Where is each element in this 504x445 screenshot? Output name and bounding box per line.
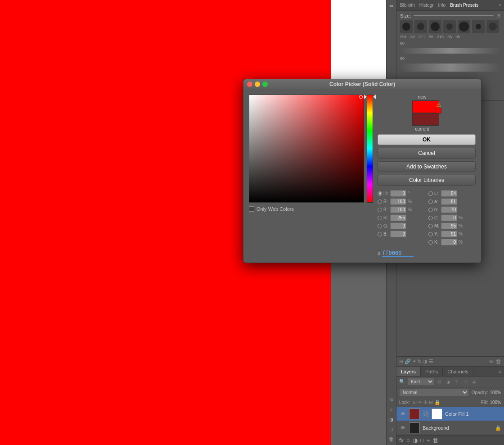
only-web-checkbox[interactable] — [249, 206, 254, 212]
zoom-button[interactable] — [262, 82, 268, 87]
size-slider[interactable] — [414, 15, 494, 16]
brush-preset-5[interactable] — [458, 20, 470, 33]
tab-paths[interactable]: Paths — [421, 367, 443, 376]
layer-style-icon[interactable]: fx — [387, 395, 396, 404]
r-radio[interactable] — [378, 216, 382, 220]
filter-adjust-icon[interactable]: ◑ — [445, 378, 452, 386]
tab-biblioth[interactable]: Biblioth — [399, 2, 416, 8]
hue-slider[interactable] — [367, 95, 373, 203]
layer-filter-eye[interactable]: 👁 — [489, 359, 494, 364]
panel-expand-icon[interactable]: ⇔ — [387, 2, 396, 10]
m-row: M: % — [428, 222, 476, 229]
m-radio[interactable] — [428, 224, 433, 228]
filter-pixel-icon[interactable]: ⊟ — [436, 378, 443, 386]
layer-visibility-background[interactable]: 👁 — [399, 424, 406, 431]
layer-fx-icon[interactable]: fx — [399, 437, 404, 444]
layer-add-mask-icon[interactable]: ○ — [406, 437, 410, 444]
layer-link-icon[interactable]: 🔗 — [405, 359, 411, 364]
layer-group-icon[interactable]: □ — [420, 437, 424, 444]
m-input[interactable] — [441, 222, 457, 229]
hex-input[interactable] — [382, 250, 414, 257]
filter-kind-dropdown[interactable]: Kind — [407, 378, 434, 386]
out-of-gamut-icon[interactable]: ⚠ — [436, 101, 441, 108]
h-radio[interactable] — [378, 191, 382, 196]
close-button[interactable] — [247, 82, 252, 87]
r-input[interactable] — [390, 214, 406, 221]
color-libraries-button[interactable]: Color Libraries — [378, 175, 476, 186]
lock-artboard-icon[interactable]: ⊟ — [429, 400, 433, 405]
tab-brush-presets[interactable]: Brush Presets — [449, 2, 479, 8]
hue-slider-container[interactable] — [367, 95, 373, 203]
layer-effect-icon[interactable]: fx — [418, 359, 422, 364]
color-gradient-area[interactable] — [249, 95, 364, 203]
b3-input[interactable] — [441, 206, 457, 213]
layer-adjustment-icon[interactable]: ◑ — [413, 437, 418, 444]
layer-filter-trash[interactable]: 🗑 — [495, 358, 501, 365]
lock-paint-icon[interactable]: ✏ — [418, 400, 422, 405]
layer-compose-icon[interactable]: ⊞ — [399, 359, 403, 364]
s-input[interactable] — [390, 198, 406, 205]
y-radio[interactable] — [428, 232, 433, 236]
brush-preset-2[interactable] — [414, 20, 427, 33]
layer-new-icon[interactable]: + — [427, 437, 430, 444]
b3-radio[interactable] — [428, 208, 433, 212]
gradient-square[interactable] — [249, 95, 364, 203]
tab-histogr[interactable]: Histogr — [418, 2, 435, 8]
a-input[interactable] — [441, 198, 457, 205]
minimize-button[interactable] — [255, 82, 260, 87]
blend-mode-dropdown[interactable]: Normal — [399, 389, 469, 396]
layer-delete-bottom-icon[interactable]: 🗑 — [432, 437, 438, 444]
tab-channels[interactable]: Channels — [443, 367, 473, 376]
cancel-button[interactable]: Cancel — [378, 148, 476, 159]
tab-layers[interactable]: Layers — [396, 367, 421, 376]
layers-menu-icon[interactable]: ≡ — [499, 369, 501, 374]
brush-preset-3[interactable] — [429, 20, 441, 33]
b-radio[interactable] — [378, 208, 382, 212]
layer-item-background[interactable]: 👁 Background 🔒 — [396, 421, 504, 435]
layer-folder-icon[interactable]: □ — [387, 425, 396, 433]
layer-mask-icon[interactable]: ○ — [387, 405, 396, 413]
brush-preset-7[interactable] — [486, 20, 499, 33]
brush-panel-icon[interactable]: ⊡ — [496, 13, 500, 18]
lock-icons: ⊡ ✏ ✛ ⊟ 🔒 — [413, 400, 441, 405]
layer-adjust-icon[interactable]: ◑ — [387, 415, 396, 423]
c-radio[interactable] — [428, 216, 433, 220]
y-input[interactable] — [441, 231, 457, 237]
s-radio[interactable] — [378, 200, 382, 204]
tab-info[interactable]: Info — [437, 2, 447, 8]
l-radio[interactable] — [428, 191, 433, 196]
layer-color-icon[interactable]: ◑ — [423, 359, 428, 364]
filter-smart-icon[interactable]: ◈ — [470, 378, 477, 386]
add-swatches-button[interactable]: Add to Swatches — [378, 161, 476, 172]
brush-preset-1[interactable] — [400, 20, 413, 33]
l-input[interactable] — [441, 190, 457, 197]
layer-smart-icon[interactable]: ☰ — [429, 359, 433, 364]
k-radio[interactable] — [428, 240, 433, 245]
layer-item-color-fill[interactable]: 👁 ⛓ Color Fill 1 — [396, 407, 504, 421]
layer-delete-icon[interactable]: 🗑 — [387, 435, 396, 443]
filter-shape-icon[interactable]: □ — [462, 378, 469, 386]
brush-preset-4[interactable] — [443, 20, 456, 33]
lock-move-icon[interactable]: ✛ — [423, 400, 428, 405]
brush-preset-6[interactable] — [472, 20, 485, 33]
lock-transparent-icon[interactable]: ⊡ — [413, 400, 417, 405]
lock-all-icon[interactable]: 🔒 — [434, 400, 441, 405]
web-safe-swatch[interactable] — [436, 108, 441, 114]
a-radio[interactable] — [428, 200, 433, 204]
b-input[interactable] — [390, 206, 406, 213]
ok-button[interactable]: OK — [378, 134, 476, 145]
g-row: G: — [378, 222, 425, 229]
b2-radio[interactable] — [378, 232, 382, 236]
c-input[interactable] — [441, 214, 457, 221]
panel-menu-icon[interactable]: ≡ — [499, 3, 501, 8]
g-input[interactable] — [390, 222, 406, 229]
filter-type-icon[interactable]: T — [453, 378, 460, 386]
k-input[interactable] — [441, 239, 457, 245]
b2-input[interactable] — [390, 231, 406, 237]
g-radio[interactable] — [378, 224, 382, 228]
s-row: S: % — [378, 198, 425, 205]
layer-visibility-color-fill[interactable]: 👁 — [399, 410, 406, 418]
h-input[interactable] — [390, 190, 406, 197]
b-suffix: % — [408, 207, 412, 212]
layer-type-icon[interactable]: ✦ — [412, 359, 416, 364]
